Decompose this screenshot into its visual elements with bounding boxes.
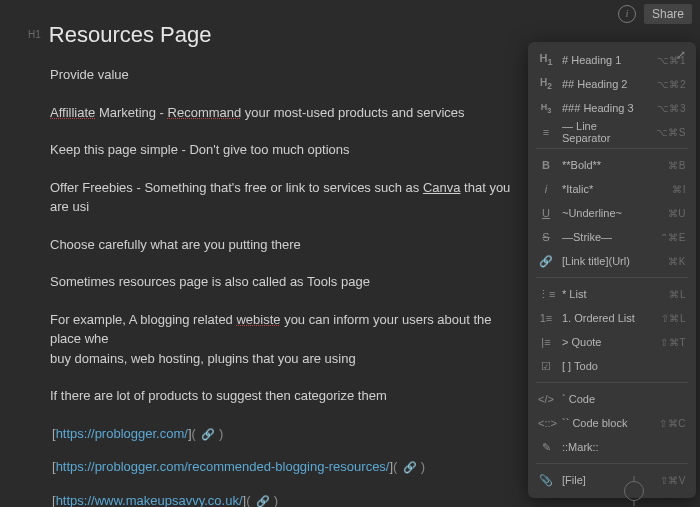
- expand-icon[interactable]: ⤢: [676, 48, 686, 62]
- menu-divider: [536, 463, 688, 464]
- menu-item-link[interactable]: 🔗[Link title](Url)⌘K: [528, 249, 696, 273]
- link[interactable]: https://problogger.com/recommended-blogg…: [56, 459, 390, 474]
- ordered-list-icon: 1≡: [538, 312, 554, 324]
- link-line: [https://problogger.com/]( 🔗 ): [52, 424, 520, 444]
- menu-item-code-block[interactable]: <::>`` Code block⇧⌘C: [528, 411, 696, 435]
- menu-item-h1[interactable]: H1# Heading 1⌥⌘1: [528, 48, 696, 72]
- menu-item-ordered-list[interactable]: 1≡1. Ordered List⇧⌘L: [528, 306, 696, 330]
- paragraph: For example, A blogging related webiste …: [50, 310, 520, 369]
- code-icon: </>: [538, 393, 554, 405]
- menu-item-list[interactable]: ⋮≡* List⌘L: [528, 282, 696, 306]
- link-icon: 🔗: [538, 255, 554, 268]
- menu-item-quote[interactable]: |≡> Quote⇧⌘T: [528, 330, 696, 354]
- list-icon: ⋮≡: [538, 288, 554, 301]
- todo-icon: ☑: [538, 360, 554, 373]
- menu-divider: [536, 277, 688, 278]
- paragraph: Affilliate Marketing - Recommand your mo…: [50, 103, 520, 123]
- link[interactable]: https://www.makeupsavvy.co.uk/: [56, 493, 243, 508]
- menu-item-separator[interactable]: ≡— Line Separator⌥⌘S: [528, 120, 696, 144]
- attachment-icon: 🔗: [256, 495, 270, 507]
- heading-marker: H1: [28, 27, 41, 42]
- menu-item-strike[interactable]: S—Strike—⌃⌘E: [528, 225, 696, 249]
- link[interactable]: https://problogger.com/: [56, 426, 188, 441]
- menu-item-mark[interactable]: ✎::Mark::: [528, 435, 696, 459]
- menu-item-h3[interactable]: H3### Heading 3⌥⌘3: [528, 96, 696, 120]
- menu-divider: [536, 148, 688, 149]
- scroll-indicator-icon: [624, 481, 644, 501]
- quote-icon: |≡: [538, 336, 554, 348]
- paragraph: Sometimes resources page is also called …: [50, 272, 520, 292]
- menu-item-bold[interactable]: B**Bold**⌘B: [528, 153, 696, 177]
- code-block-icon: <::>: [538, 417, 554, 429]
- paragraph: Choose carefully what are you putting th…: [50, 235, 520, 255]
- link-line: [https://www.makeupsavvy.co.uk/]( 🔗 ): [52, 491, 520, 508]
- menu-item-italic[interactable]: i*Italic*⌘I: [528, 177, 696, 201]
- menu-item-code[interactable]: </>` Code: [528, 387, 696, 411]
- format-menu: ⤢ H1# Heading 1⌥⌘1 H2## Heading 2⌥⌘2 H3#…: [528, 42, 696, 498]
- paragraph: If there are lot of products to suggest …: [50, 386, 520, 406]
- paragraph: Provide value: [50, 65, 520, 85]
- paragraph: Offer Freebies - Something that's free o…: [50, 178, 520, 217]
- menu-item-underline[interactable]: U~Underline~⌘U: [528, 201, 696, 225]
- attachment-icon: 🔗: [403, 461, 417, 473]
- link-line: [https://problogger.com/recommended-blog…: [52, 457, 520, 477]
- menu-item-file[interactable]: 📎[File]⇧⌘V: [528, 468, 696, 492]
- menu-divider: [536, 382, 688, 383]
- menu-item-todo[interactable]: ☑[ ] Todo: [528, 354, 696, 378]
- attachment-icon: 🔗: [201, 428, 215, 440]
- mark-icon: ✎: [538, 441, 554, 454]
- menu-item-h2[interactable]: H2## Heading 2⌥⌘2: [528, 72, 696, 96]
- paragraph: Keep this page simple - Don't give too m…: [50, 140, 520, 160]
- attachment-icon: 📎: [538, 474, 554, 487]
- page-title: Resources Page: [49, 18, 212, 51]
